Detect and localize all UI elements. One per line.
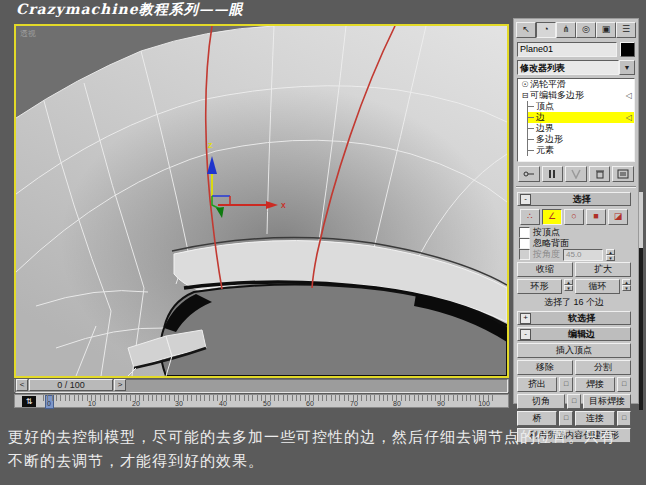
by-vertex-checkbox[interactable] [519,227,530,238]
by-angle-checkbox[interactable] [519,249,530,260]
soft-selection-rollout-header[interactable]: + 软选择 [517,311,631,325]
stack-item-label: 多边形 [536,134,563,145]
bridge-button[interactable]: 桥 [517,411,557,426]
ring-loop-row: 环形 ▴ ▾ 循环 ▴ ▾ [517,279,631,294]
edit-edges-rollout-header[interactable]: - 编辑边 [517,327,631,341]
subobject-tree: 顶点 边 ◁ 边界 多边形 元素 [527,101,634,156]
element-mode-button[interactable]: ◪ [608,209,628,225]
object-name-row: Plane01 [517,42,635,57]
stack-item-editable-poly[interactable]: ⊟ 可编辑多边形 ◁ [518,90,634,101]
ignore-backfacing-checkbox[interactable] [519,238,530,249]
spinner-down-icon[interactable]: ▾ [622,285,631,291]
perspective-viewport[interactable]: Z X 透视 [14,24,509,378]
spinner-down-icon[interactable]: ▾ [564,285,573,291]
loop-button[interactable]: 循环 [575,279,620,294]
track-bar[interactable]: ⇅ 0 10 20 30 40 50 60 70 80 90 100 [14,394,509,408]
stack-item-label: 元素 [536,145,554,156]
tab-motion[interactable]: ◎ [576,22,596,38]
tick-label: 20 [132,400,140,407]
tick-label: 40 [219,400,227,407]
ring-button[interactable]: 环形 [517,279,562,294]
shrink-grow-row: 收缩 扩大 [517,262,631,277]
ring-spinner[interactable]: ▴ ▾ [564,279,573,291]
polygon-mode-icon: ■ [593,211,598,221]
edge-mode-button[interactable]: ∠ [542,209,562,225]
caption-line-2: 不断的去调节，才能得到好的效果。 [8,452,264,471]
utilities-tab-icon: ☰ [622,24,630,34]
spinner-down-icon[interactable]: ▾ [606,255,615,261]
grow-button[interactable]: 扩大 [575,262,631,277]
weld-settings-button[interactable]: □ [617,377,631,392]
extrude-button[interactable]: 挤出 [517,377,557,392]
object-color-swatch[interactable] [620,42,635,57]
tick-label: 10 [88,400,96,407]
insert-vertex-button[interactable]: 插入顶点 [517,343,631,358]
shrink-button[interactable]: 收缩 [517,262,573,277]
display-tab-icon: ▣ [602,24,611,34]
stack-item-element[interactable]: 元素 [528,145,634,156]
border-mode-icon: ○ [571,211,576,221]
expand-box-icon[interactable]: + [520,313,531,324]
bulb-icon[interactable]: ☉ [520,79,530,90]
modifier-list-label: 修改器列表 [517,60,619,75]
tab-modify[interactable]: ◔ [536,22,556,38]
selection-rollout-header[interactable]: - 选择 [517,192,631,206]
tick-label: 70 [350,400,358,407]
hierarchy-tab-icon: ⋔ [562,24,570,34]
stack-item-edge[interactable]: 边 ◁ [528,112,634,123]
tick-label: 0 [47,400,51,407]
show-end-result-icon [546,169,558,179]
connect-button[interactable]: 连接 [575,411,615,426]
loop-spinner[interactable]: ▴ ▾ [622,279,631,291]
panel-divider [516,186,636,188]
remove-modifier-button[interactable] [589,166,611,182]
tick-label: 50 [263,400,271,407]
stack-item-border[interactable]: 边界 [528,123,634,134]
make-unique-button[interactable] [565,166,587,182]
stack-item-polygon[interactable]: 多边形 [528,134,634,145]
remove-button[interactable]: 移除 [517,360,573,375]
tab-hierarchy[interactable]: ⋔ [556,22,576,38]
pin-stack-button[interactable] [518,166,540,182]
angle-spinner[interactable]: ▴ ▾ [606,249,615,261]
panel-scrollbar-thumb[interactable] [639,192,643,248]
configure-modifier-sets-button[interactable] [612,166,634,182]
connect-settings-button[interactable]: □ [617,411,631,426]
bridge-settings-button[interactable]: □ [559,411,573,426]
time-slider-button[interactable]: 0 / 100 [29,379,113,391]
chamfer-button[interactable]: 切角 [517,394,565,409]
element-mode-icon: ◪ [614,211,623,221]
collapse-box-icon[interactable]: - [520,329,531,340]
show-end-result-button[interactable] [542,166,564,182]
create-tab-icon: ↖ [522,24,530,34]
insert-vertex-row: 插入顶点 [517,343,631,358]
panel-scrollbar[interactable] [639,192,643,410]
split-button[interactable]: 分割 [575,360,631,375]
angle-value-field[interactable]: 45.0 [563,249,603,261]
chamfer-settings-button[interactable]: □ [567,394,581,409]
stack-item-vertex[interactable]: 顶点 [528,101,634,112]
rollout-title: 选择 [533,193,630,206]
weld-button[interactable]: 焊接 [575,377,615,392]
tab-display[interactable]: ▣ [596,22,616,38]
border-mode-button[interactable]: ○ [564,209,584,225]
stack-item-turbosmooth[interactable]: ☉ 涡轮平滑 [518,79,634,90]
by-angle-row: 按角度 45.0 ▴ ▾ [519,249,631,260]
extrude-settings-button[interactable]: □ [559,377,573,392]
target-weld-button[interactable]: 目标焊接 [583,394,631,409]
next-frame-button[interactable]: > [114,379,126,391]
polygon-mode-button[interactable]: ■ [586,209,606,225]
collapse-box-icon[interactable]: - [520,194,531,205]
tab-utilities[interactable]: ☰ [616,22,636,38]
collapse-icon[interactable]: ⊟ [520,90,530,101]
open-mini-curve-editor-button[interactable]: ⇅ [22,396,36,407]
previous-frame-button[interactable]: < [16,379,28,391]
dropdown-arrow-icon[interactable]: ▼ [619,60,635,75]
caption-line-1: 更好的去控制模型，尽可能的去多加一些可控性的边，然后仔细去调节点的位置。只有 [8,428,616,447]
tab-create[interactable]: ↖ [516,22,536,38]
object-name-field[interactable]: Plane01 [517,42,617,57]
vertex-mode-button[interactable]: ∴ [520,209,540,225]
tick-label: 60 [306,400,314,407]
modifier-list-dropdown[interactable]: 修改器列表 ▼ [517,60,635,75]
edge-mode-icon: ∠ [548,211,556,221]
